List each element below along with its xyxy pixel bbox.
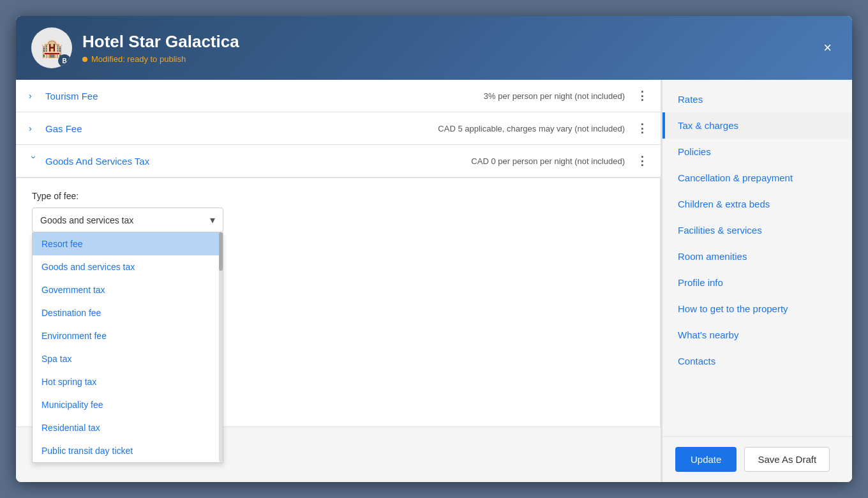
left-panel: › Tourism Fee 3% per person per night (n… bbox=[16, 80, 661, 482]
update-button[interactable]: Update bbox=[675, 447, 737, 472]
goods-services-tax-name[interactable]: Goods And Services Tax bbox=[45, 156, 465, 167]
hotel-name: Hotel Star Galactica bbox=[82, 32, 239, 52]
main-content: › Tourism Fee 3% per person per night (n… bbox=[16, 80, 852, 482]
sidebar-item-children[interactable]: Children & extra beds bbox=[662, 191, 852, 217]
sidebar-item-contacts[interactable]: Contacts bbox=[662, 348, 852, 374]
sidebar-item-room-amenities[interactable]: Room amenities bbox=[662, 243, 852, 269]
dropdown-option-goods-services-tax[interactable]: Goods and services tax bbox=[33, 255, 223, 278]
goods-services-tax-row: › Goods And Services Tax CAD 0 per perso… bbox=[16, 145, 661, 177]
dropdown-option-government-tax[interactable]: Government tax bbox=[33, 278, 223, 301]
dropdown-option-public-transit[interactable]: Public transit day ticket bbox=[33, 439, 223, 462]
dropdown-scrollbar[interactable] bbox=[219, 232, 223, 462]
right-sidebar: Rates Tax & charges Policies Cancellatio… bbox=[661, 80, 852, 482]
header-left: 🏨 B Hotel Star Galactica Modified: ready… bbox=[31, 27, 239, 68]
tourism-fee-row: › Tourism Fee 3% per person per night (n… bbox=[16, 80, 661, 112]
sidebar-nav: Rates Tax & charges Policies Cancellatio… bbox=[662, 80, 852, 436]
header: 🏨 B Hotel Star Galactica Modified: ready… bbox=[16, 16, 852, 80]
gas-fee-name[interactable]: Gas Fee bbox=[45, 123, 431, 134]
sidebar-item-how-to-get[interactable]: How to get to the property bbox=[662, 296, 852, 322]
tourism-fee-name[interactable]: Tourism Fee bbox=[45, 91, 477, 102]
dropdown-option-spa-tax[interactable]: Spa tax bbox=[33, 347, 223, 370]
type-of-fee-label: Type of fee: bbox=[32, 191, 645, 201]
goods-services-tax-chevron[interactable]: › bbox=[29, 156, 39, 166]
hotel-icon: 🏨 bbox=[41, 38, 63, 59]
sidebar-item-rates[interactable]: Rates bbox=[662, 86, 852, 112]
goods-services-tax-form: Type of fee: Goods and services tax ▾ Re… bbox=[16, 177, 661, 427]
main-window: 🏨 B Hotel Star Galactica Modified: ready… bbox=[16, 16, 852, 482]
dropdown-option-hot-spring-tax[interactable]: Hot spring tax bbox=[33, 370, 223, 393]
gas-fee-chevron[interactable]: › bbox=[29, 123, 39, 133]
fee-type-selected-value: Goods and services tax bbox=[40, 215, 133, 225]
fee-type-select-container: Goods and services tax ▾ Resort fee Good… bbox=[32, 207, 223, 232]
save-draft-button[interactable]: Save As Draft bbox=[744, 447, 830, 472]
tourism-fee-menu[interactable]: ⋮ bbox=[636, 89, 648, 103]
hotel-logo: 🏨 B bbox=[31, 27, 72, 68]
dropdown-option-resort-fee[interactable]: Resort fee bbox=[33, 232, 223, 255]
sidebar-item-cancellation[interactable]: Cancellation & prepayment bbox=[662, 165, 852, 191]
close-button[interactable]: × bbox=[818, 37, 837, 59]
goods-services-tax-menu[interactable]: ⋮ bbox=[636, 154, 648, 168]
chevron-down-icon: ▾ bbox=[210, 214, 215, 226]
gas-fee-row: › Gas Fee CAD 5 applicable, charges may … bbox=[16, 112, 661, 145]
dropdown-option-destination-fee[interactable]: Destination fee bbox=[33, 301, 223, 324]
fee-type-dropdown-list: Resort fee Goods and services tax Govern… bbox=[32, 232, 223, 463]
logo-badge: B bbox=[58, 54, 71, 67]
tourism-fee-detail: 3% per person per night (not included) bbox=[484, 91, 625, 101]
sidebar-item-tax-charges[interactable]: Tax & charges bbox=[662, 112, 852, 139]
fee-type-select[interactable]: Goods and services tax ▾ bbox=[32, 207, 223, 232]
sidebar-item-facilities[interactable]: Facilities & services bbox=[662, 217, 852, 243]
sidebar-item-whats-nearby[interactable]: What's nearby bbox=[662, 322, 852, 348]
gas-fee-menu[interactable]: ⋮ bbox=[636, 121, 648, 135]
goods-services-tax-detail: CAD 0 per person per night (not included… bbox=[471, 156, 625, 166]
sidebar-item-profile-info[interactable]: Profile info bbox=[662, 269, 852, 296]
header-title-block: Hotel Star Galactica Modified: ready to … bbox=[82, 32, 239, 64]
status-text: Modified: ready to publish bbox=[91, 54, 186, 64]
dropdown-option-municipality-fee[interactable]: Municipality fee bbox=[33, 393, 223, 416]
header-subtitle: Modified: ready to publish bbox=[82, 54, 239, 64]
dropdown-option-residential-tax[interactable]: Residential tax bbox=[33, 416, 223, 439]
gas-fee-detail: CAD 5 applicable, charges may vary (not … bbox=[438, 124, 625, 133]
dropdown-scrollbar-thumb bbox=[219, 232, 223, 271]
tourism-fee-chevron[interactable]: › bbox=[29, 91, 39, 101]
dropdown-option-environment-fee[interactable]: Environment fee bbox=[33, 324, 223, 347]
status-dot bbox=[82, 57, 87, 62]
sidebar-item-policies[interactable]: Policies bbox=[662, 139, 852, 165]
sidebar-actions: Update Save As Draft bbox=[662, 436, 852, 482]
